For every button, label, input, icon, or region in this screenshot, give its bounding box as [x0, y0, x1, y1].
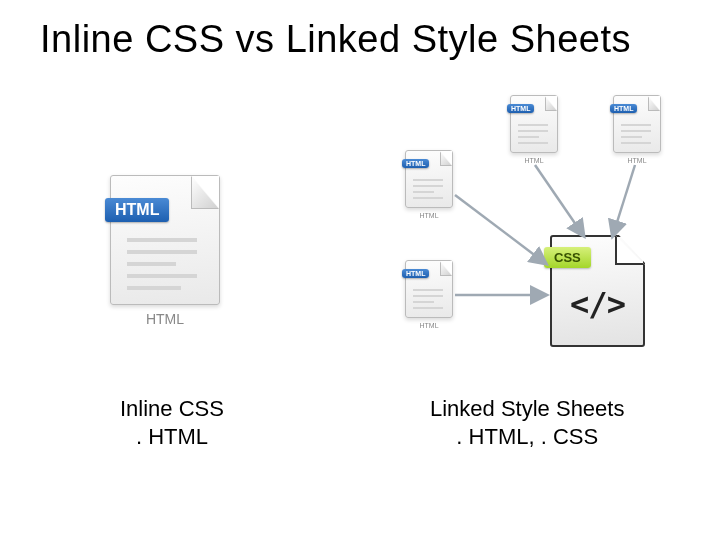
html-badge: HTML: [402, 159, 429, 168]
slide-title: Inline CSS vs Linked Style Sheets: [40, 18, 631, 61]
html-file-label: HTML: [405, 322, 453, 329]
css-code-glyph: </>: [552, 285, 643, 323]
arrow-icon: [613, 165, 635, 235]
html-badge: HTML: [507, 104, 534, 113]
caption-inline: Inline CSS . HTML: [120, 395, 224, 450]
linked-stylesheets-group: HTML HTML HTML HTML HTML HTML HTML: [395, 95, 675, 375]
html-file-icon: HTML HTML: [110, 175, 220, 327]
caption-line: . HTML, . CSS: [430, 423, 624, 451]
html-file-icon: HTML HTML: [613, 95, 661, 164]
css-file-icon: CSS </>: [550, 235, 645, 347]
html-file-label: HTML: [613, 157, 661, 164]
arrow-icon: [455, 195, 545, 263]
caption-line: Inline CSS: [120, 395, 224, 423]
caption-line: Linked Style Sheets: [430, 395, 624, 423]
html-file-icon: HTML HTML: [405, 260, 453, 329]
inline-css-group: HTML HTML: [110, 175, 220, 328]
html-badge: HTML: [402, 269, 429, 278]
html-file-icon: HTML HTML: [405, 150, 453, 219]
html-file-label: HTML: [510, 157, 558, 164]
html-file-icon: HTML HTML: [510, 95, 558, 164]
caption-line: . HTML: [120, 423, 224, 451]
arrow-icon: [535, 165, 583, 235]
html-file-label: HTML: [110, 311, 220, 327]
html-badge: HTML: [610, 104, 637, 113]
html-file-label: HTML: [405, 212, 453, 219]
css-badge: CSS: [544, 247, 591, 268]
caption-linked: Linked Style Sheets . HTML, . CSS: [430, 395, 624, 450]
html-badge: HTML: [105, 198, 169, 222]
